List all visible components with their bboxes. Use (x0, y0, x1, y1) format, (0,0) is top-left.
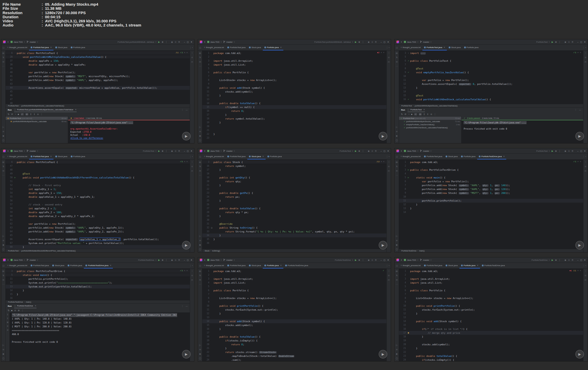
profile-icon[interactable]: ◉ (171, 259, 173, 261)
editor-tab[interactable]: PortfolioTest.java (422, 263, 444, 268)
editor-tab[interactable]: Stock.java✕ (247, 154, 266, 159)
code-line[interactable]: 19 (399, 339, 583, 342)
code-line[interactable]: 17● // merge qty and price (399, 331, 583, 335)
project-selector[interactable]: Java-TDD˅ (207, 150, 222, 152)
code-line[interactable]: 37 double applePx = 150; (6, 59, 190, 63)
maximize-button[interactable]: ▢ (580, 41, 582, 43)
maven-icon[interactable]: m (191, 279, 193, 281)
toolbar-icon[interactable]: ◔ (408, 113, 409, 115)
code-line[interactable]: 18 } (399, 335, 583, 339)
code-line[interactable]: 63 portfolio.add(new Stock( symbol: "AAP… (6, 226, 190, 230)
code-line[interactable]: 7 (399, 63, 583, 67)
run-tab-close-icon[interactable]: ✕ (34, 305, 37, 307)
more-actions-icon[interactable]: ⋮ (165, 41, 167, 43)
close-button[interactable]: ✕ (387, 41, 389, 43)
toolbar-icon[interactable]: ⋮ (41, 113, 43, 115)
activity-icon[interactable]: ⊟ (3, 170, 4, 172)
code-line[interactable]: 2 (399, 273, 583, 277)
activity-icon[interactable]: ▷ (3, 235, 4, 237)
editor-tab[interactable]: PortfolioTest.java (422, 154, 444, 159)
activity-icon[interactable]: ⊟ (3, 61, 4, 63)
inspections-widget[interactable]: ✓ (383, 269, 384, 272)
toolbar-icon[interactable]: ◔ (15, 113, 16, 115)
code-line[interactable]: 24 return px; (202, 195, 386, 199)
tool-window-icon[interactable]: ⊙ (191, 56, 193, 59)
tab-close-icon[interactable]: ✕ (279, 46, 282, 49)
more-actions-icon[interactable]: ⋮ (558, 41, 560, 43)
code-line[interactable]: 2 (202, 273, 386, 277)
branch-selector[interactable]: master˅ (27, 41, 38, 43)
code-line[interactable]: 26 (202, 203, 386, 206)
activity-icon[interactable]: ◉ (396, 353, 398, 355)
code-line[interactable]: 5▷ static void main() { (399, 176, 583, 179)
menu-icon[interactable]: ≡ (401, 41, 402, 43)
code-line[interactable]: 44 Assertions.assertEquals( expected: mi… (6, 86, 190, 90)
test-tree-row[interactable]: ✓emptyPortfolio_hasZeroValue()1 ms (399, 123, 461, 126)
toolbar-icon[interactable]: ■ (18, 113, 19, 115)
project-view-icon[interactable]: ▢ (3, 156, 5, 158)
panel-options-icon[interactable]: ⋮ (181, 305, 183, 307)
editor-tab[interactable]: ≡thought_process.txt (399, 154, 422, 159)
code-line[interactable]: 18 public double totalValue() { (202, 335, 386, 339)
tab-close-icon[interactable]: ✕ (262, 155, 264, 158)
project-view-icon[interactable]: ▢ (199, 156, 201, 158)
code-line[interactable]: 23 public double totalValue() { (399, 354, 583, 358)
tool-window-icon[interactable]: ◔ (192, 161, 193, 163)
code-line[interactable]: 6public class Portfolio { (202, 288, 386, 292)
editor-tab[interactable]: Stock.java (447, 45, 462, 50)
tab-options-icon[interactable]: ⋮ (386, 47, 388, 49)
hide-panel-icon[interactable]: — (186, 109, 188, 111)
toolbar-icon[interactable]: ⊙ (14, 309, 16, 312)
code-line[interactable]: 30 (202, 218, 386, 222)
maximize-button[interactable]: ▢ (187, 259, 189, 261)
editor-tab[interactable]: PortfolioTest.java (226, 154, 247, 159)
activity-icon[interactable]: ▤ (396, 161, 398, 163)
project-selector[interactable]: Java-TDD˅ (11, 259, 25, 261)
code-line[interactable]: 20 return 0; (202, 342, 386, 346)
project-selector[interactable]: Java-TDD˅ (404, 259, 419, 261)
activity-icon[interactable]: ⇅ (199, 274, 201, 277)
run-tab[interactable]: ▢PortfolioTest✕ (408, 107, 425, 112)
editor-tab[interactable]: Stock.java (444, 263, 459, 268)
tool-window-icon[interactable]: ⊙ (585, 274, 586, 277)
code-line[interactable]: 12 } (399, 203, 583, 206)
code-line[interactable]: 6public class Portfolio { (399, 288, 583, 292)
code-line[interactable]: 15 (399, 323, 583, 327)
code-line[interactable]: 48 (6, 101, 190, 104)
activity-icon[interactable]: ⇅ (199, 165, 201, 168)
code-line[interactable]: 21 (202, 128, 386, 132)
activity-icon[interactable]: ▤ (199, 270, 201, 272)
activity-icon[interactable]: ⋯ (2, 283, 4, 285)
tab-options-icon[interactable]: ⋮ (189, 265, 191, 267)
run-button[interactable]: ▶ (158, 41, 160, 43)
inspections-widget[interactable]: ✓3˄˅ (573, 160, 581, 163)
activity-icon[interactable]: ⇅ (396, 165, 398, 168)
editor-tab[interactable]: ≡thought_process.txt (399, 45, 422, 50)
code-line[interactable]: 20 return qty; (202, 179, 386, 183)
video-play-overlay[interactable]: ▶ (379, 350, 387, 358)
close-button[interactable]: ✕ (584, 41, 586, 43)
hide-panel-icon[interactable]: — (186, 305, 188, 307)
more-actions-icon[interactable]: ⋮ (558, 150, 560, 152)
tool-window-icon[interactable]: ⊙ (388, 165, 390, 168)
notifications-bell-icon[interactable]: ◔ (585, 265, 586, 267)
code-line[interactable]: 6 var portfolio = new Portfolio(); (399, 179, 583, 183)
project-selector[interactable]: Java-TDD˅ (11, 150, 25, 152)
activity-icon[interactable]: ⊟ (396, 170, 398, 172)
search-icon[interactable]: ⊙ (175, 150, 176, 152)
activity-icon[interactable]: ▤ (2, 161, 4, 163)
tool-window-icon[interactable]: ◔ (388, 161, 390, 163)
project-view-icon[interactable]: ▢ (3, 265, 5, 267)
search-icon[interactable]: ⊙ (371, 150, 373, 152)
search-icon[interactable]: ⊙ (568, 259, 570, 261)
profile-icon[interactable]: ◉ (368, 150, 369, 152)
editor-tab[interactable]: Portfolio.java (463, 45, 480, 50)
project-selector[interactable]: Java-TDD˅ (207, 259, 222, 261)
editor-tab[interactable]: PortfolioTestDrive.java (284, 263, 310, 268)
code-line[interactable]: 20 (202, 124, 386, 128)
editor-tab[interactable]: PortfolioTest.java (29, 263, 50, 268)
debug-button[interactable]: ⊜ (358, 150, 360, 152)
branch-selector[interactable]: master˅ (223, 41, 235, 43)
code-line[interactable]: 1package com.tdd.m3; (202, 269, 386, 273)
toolbar-icon[interactable]: ⊙ (430, 113, 432, 115)
